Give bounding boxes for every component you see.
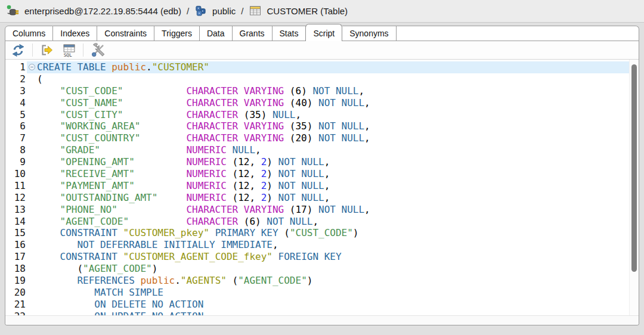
- code-line[interactable]: 21 ON DELETE NO ACTION: [5, 299, 639, 311]
- tab-script[interactable]: Script: [305, 24, 342, 41]
- tab-triggers[interactable]: Triggers: [154, 26, 200, 41]
- line-number: 3: [5, 85, 27, 97]
- refresh-icon[interactable]: [9, 42, 27, 58]
- tab-columns[interactable]: Columns: [5, 26, 53, 41]
- breadcrumb: enterprisedb@172.22.19.85:5444 (edb) / p…: [0, 0, 644, 23]
- toolbar-separator: [83, 44, 83, 57]
- vertical-scrollbar[interactable]: [629, 60, 639, 315]
- code-line[interactable]: 10 "RECEIVE_AMT" NUMERIC (12, 2) NOT NUL…: [5, 168, 639, 180]
- export-script-icon[interactable]: [38, 42, 56, 58]
- code-text: REFERENCES public."AGENTS" ("AGENT_CODE"…: [37, 275, 639, 287]
- fold-gutter: [27, 168, 37, 180]
- code-line[interactable]: 2(: [5, 73, 639, 85]
- code-line[interactable]: 12 "OUTSTANDING_AMT" NUMERIC (12, 2) NOT…: [5, 192, 639, 204]
- code-text: "CUST_CITY" CHARACTER (35) NULL,: [37, 109, 639, 121]
- code-text: (: [37, 73, 639, 85]
- tab-stats[interactable]: Stats: [273, 26, 306, 41]
- code-text: "AGENT_CODE" CHARACTER (6) NOT NULL,: [37, 216, 639, 228]
- vertical-scrollbar-thumb[interactable]: [631, 64, 637, 272]
- code-line[interactable]: 8 "GRADE" NUMERIC NULL,: [5, 144, 639, 156]
- line-number: 14: [5, 216, 27, 228]
- script-panel: SQL 1−CREATE TABLE public."CUSTOMER"2(3 …: [5, 41, 639, 325]
- code-text: CONSTRAINT "CUSTOMER_pkey" PRIMARY KEY (…: [37, 227, 639, 239]
- code-line[interactable]: 6 "WORKING_AREA" CHARACTER VARYING (35) …: [5, 120, 639, 132]
- code-line[interactable]: 22 ON UPDATE NO ACTION: [5, 311, 639, 315]
- breadcrumb-table[interactable]: CUSTOMER (Table): [249, 4, 348, 18]
- schema-icon: [194, 4, 209, 18]
- code-line[interactable]: 11 "PAYMENT_AMT" NUMERIC (12, 2) NOT NUL…: [5, 180, 639, 192]
- code-text: "WORKING_AREA" CHARACTER VARYING (35) NO…: [37, 120, 639, 132]
- code-text: "RECEIVE_AMT" NUMERIC (12, 2) NOT NULL,: [37, 168, 639, 180]
- code-line[interactable]: 9 "OPENING_AMT" NUMERIC (12, 2) NOT NULL…: [5, 156, 639, 168]
- fold-gutter: [27, 156, 37, 168]
- code-line[interactable]: 15 CONSTRAINT "CUSTOMER_pkey" PRIMARY KE…: [5, 227, 639, 239]
- fold-gutter: [27, 109, 37, 121]
- breadcrumb-schema[interactable]: public: [194, 4, 236, 18]
- line-number: 15: [5, 227, 27, 239]
- tab-grants[interactable]: Grants: [233, 26, 273, 41]
- database-connection-icon: [6, 4, 20, 18]
- sql-window-icon[interactable]: SQL: [60, 42, 78, 58]
- line-number: 11: [5, 180, 27, 192]
- line-number: 12: [5, 192, 27, 204]
- fold-marker-icon[interactable]: −: [27, 61, 37, 73]
- line-number: 18: [5, 263, 27, 275]
- fold-gutter: [27, 227, 37, 239]
- code-line[interactable]: 3 "CUST_CODE" CHARACTER VARYING (6) NOT …: [5, 85, 639, 97]
- svg-text:SQL: SQL: [63, 52, 72, 58]
- line-number: 1: [5, 61, 27, 73]
- line-number: 9: [5, 156, 27, 168]
- schema-label: public: [212, 6, 236, 16]
- fold-gutter: [27, 73, 37, 85]
- line-number: 5: [5, 109, 27, 121]
- line-number: 6: [5, 120, 27, 132]
- table-icon: [249, 4, 263, 18]
- horizontal-scrollbar[interactable]: [5, 315, 639, 325]
- code-line[interactable]: 17 CONSTRAINT "CUSTOMER_AGENT_CODE_fkey"…: [5, 251, 639, 263]
- tab-constraints[interactable]: Constraints: [97, 26, 154, 41]
- script-toolbar: SQL: [5, 41, 639, 60]
- code-line[interactable]: 7 "CUST_COUNTRY" CHARACTER VARYING (20) …: [5, 132, 639, 144]
- sql-script-editor[interactable]: 1−CREATE TABLE public."CUSTOMER"2(3 "CUS…: [5, 60, 639, 315]
- fold-gutter: [27, 216, 37, 228]
- fold-gutter: [27, 120, 37, 132]
- code-line[interactable]: 1−CREATE TABLE public."CUSTOMER": [5, 61, 639, 73]
- code-line[interactable]: 19 REFERENCES public."AGENTS" ("AGENT_CO…: [5, 275, 639, 287]
- fold-gutter: [27, 287, 37, 299]
- code-line[interactable]: 20 MATCH SIMPLE: [5, 287, 639, 299]
- code-text: MATCH SIMPLE: [37, 287, 639, 299]
- code-text: ("AGENT_CODE"): [37, 263, 639, 275]
- code-text: "OUTSTANDING_AMT" NUMERIC (12, 2) NOT NU…: [37, 192, 639, 204]
- code-text: "GRADE" NUMERIC NULL,: [37, 144, 639, 156]
- tab-indexes[interactable]: Indexes: [53, 26, 97, 41]
- tab-bar-filler: [397, 26, 639, 41]
- code-line[interactable]: 13 "PHONE_NO" CHARACTER VARYING (17) NOT…: [5, 204, 639, 216]
- code-text: "CUST_CODE" CHARACTER VARYING (6) NOT NU…: [37, 85, 639, 97]
- connection-label[interactable]: enterprisedb@172.22.19.85:5444 (edb): [24, 6, 181, 16]
- code-text: CONSTRAINT "CUSTOMER_AGENT_CODE_fkey" FO…: [37, 251, 639, 263]
- fold-gutter: [27, 204, 37, 216]
- tab-data[interactable]: Data: [200, 26, 233, 41]
- code-line[interactable]: 5 "CUST_CITY" CHARACTER (35) NULL,: [5, 109, 639, 121]
- code-line[interactable]: 14 "AGENT_CODE" CHARACTER (6) NOT NULL,: [5, 216, 639, 228]
- line-number: 16: [5, 239, 27, 251]
- tools-icon[interactable]: [89, 42, 107, 58]
- code-text: NOT DEFERRABLE INITIALLY IMMEDIATE,: [37, 239, 639, 251]
- line-number: 19: [5, 275, 27, 287]
- fold-gutter: [27, 299, 37, 311]
- tab-synonyms[interactable]: Synonyms: [342, 26, 396, 41]
- code-text: "OPENING_AMT" NUMERIC (12, 2) NOT NULL,: [37, 156, 639, 168]
- line-number: 4: [5, 97, 27, 109]
- code-line[interactable]: 16 NOT DEFERRABLE INITIALLY IMMEDIATE,: [5, 239, 639, 251]
- application-window: enterprisedb@172.22.19.85:5444 (edb) / p…: [0, 0, 644, 335]
- fold-gutter: [27, 263, 37, 275]
- line-number: 20: [5, 287, 27, 299]
- line-number: 17: [5, 251, 27, 263]
- code-line[interactable]: 18 ("AGENT_CODE"): [5, 263, 639, 275]
- breadcrumb-separator: /: [240, 6, 244, 16]
- code-line[interactable]: 4 "CUST_NAME" CHARACTER VARYING (40) NOT…: [5, 97, 639, 109]
- fold-gutter: [27, 180, 37, 192]
- fold-gutter: [27, 239, 37, 251]
- toolbar-separator: [32, 44, 33, 57]
- line-number: 7: [5, 132, 27, 144]
